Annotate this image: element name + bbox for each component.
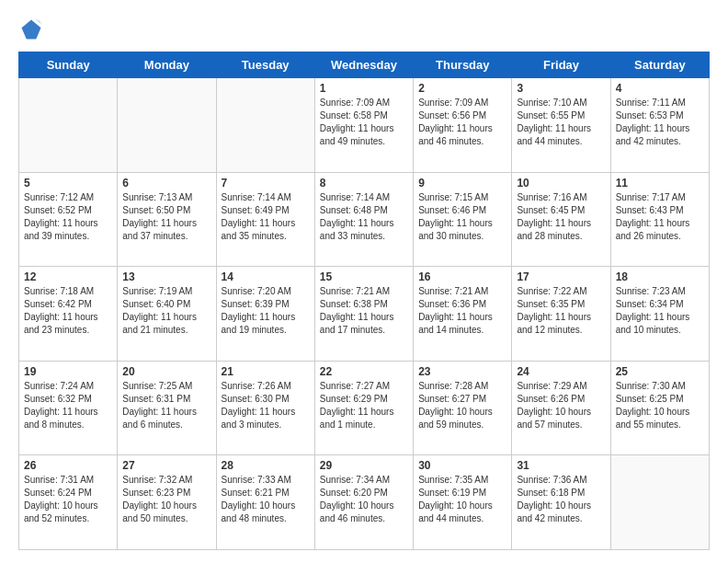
day-info: Sunrise: 7:30 AM Sunset: 6:25 PM Dayligh… xyxy=(616,380,704,431)
calendar-cell xyxy=(610,455,709,550)
day-number: 21 xyxy=(222,365,310,378)
calendar-cell: 28Sunrise: 7:33 AM Sunset: 6:21 PM Dayli… xyxy=(216,455,314,550)
day-info: Sunrise: 7:15 AM Sunset: 6:46 PM Dayligh… xyxy=(418,191,506,243)
calendar-cell: 8Sunrise: 7:14 AM Sunset: 6:48 PM Daylig… xyxy=(314,172,413,267)
logo-icon xyxy=(18,17,44,42)
week-row-5: 26Sunrise: 7:31 AM Sunset: 6:24 PM Dayli… xyxy=(19,455,710,550)
weekday-header-tuesday: Tuesday xyxy=(216,52,314,78)
day-number: 13 xyxy=(122,270,210,283)
day-info: Sunrise: 7:25 AM Sunset: 6:31 PM Dayligh… xyxy=(122,380,210,431)
calendar-cell: 31Sunrise: 7:36 AM Sunset: 6:18 PM Dayli… xyxy=(512,455,610,550)
day-number: 6 xyxy=(122,177,210,190)
day-number: 8 xyxy=(320,177,408,190)
calendar-cell: 2Sunrise: 7:09 AM Sunset: 6:56 PM Daylig… xyxy=(414,78,512,173)
day-number: 5 xyxy=(24,177,112,190)
day-info: Sunrise: 7:17 AM Sunset: 6:43 PM Dayligh… xyxy=(616,191,704,243)
weekday-header-friday: Friday xyxy=(512,52,610,78)
day-number: 28 xyxy=(222,459,310,472)
day-number: 17 xyxy=(517,270,605,283)
day-number: 3 xyxy=(517,82,605,95)
day-info: Sunrise: 7:36 AM Sunset: 6:18 PM Dayligh… xyxy=(517,474,605,525)
calendar-cell: 26Sunrise: 7:31 AM Sunset: 6:24 PM Dayli… xyxy=(19,455,118,550)
day-info: Sunrise: 7:32 AM Sunset: 6:23 PM Dayligh… xyxy=(122,474,210,525)
calendar-cell: 27Sunrise: 7:32 AM Sunset: 6:23 PM Dayli… xyxy=(118,455,216,550)
day-number: 9 xyxy=(418,177,506,190)
day-info: Sunrise: 7:28 AM Sunset: 6:27 PM Dayligh… xyxy=(418,380,506,431)
day-info: Sunrise: 7:33 AM Sunset: 6:21 PM Dayligh… xyxy=(222,474,310,525)
calendar-cell: 22Sunrise: 7:27 AM Sunset: 6:29 PM Dayli… xyxy=(314,361,413,455)
day-info: Sunrise: 7:35 AM Sunset: 6:19 PM Dayligh… xyxy=(418,474,506,525)
day-info: Sunrise: 7:29 AM Sunset: 6:26 PM Dayligh… xyxy=(517,380,605,431)
calendar-cell: 6Sunrise: 7:13 AM Sunset: 6:50 PM Daylig… xyxy=(118,172,216,267)
calendar-cell: 21Sunrise: 7:26 AM Sunset: 6:30 PM Dayli… xyxy=(216,361,314,455)
weekday-header-saturday: Saturday xyxy=(610,52,709,78)
day-info: Sunrise: 7:20 AM Sunset: 6:39 PM Dayligh… xyxy=(222,285,310,337)
day-number: 29 xyxy=(320,459,408,472)
day-number: 22 xyxy=(320,365,408,378)
day-number: 31 xyxy=(517,459,605,472)
calendar-cell: 4Sunrise: 7:11 AM Sunset: 6:53 PM Daylig… xyxy=(610,78,709,173)
header xyxy=(18,17,710,42)
calendar-cell: 7Sunrise: 7:14 AM Sunset: 6:49 PM Daylig… xyxy=(216,172,314,267)
day-info: Sunrise: 7:26 AM Sunset: 6:30 PM Dayligh… xyxy=(222,380,310,431)
calendar-cell: 18Sunrise: 7:23 AM Sunset: 6:34 PM Dayli… xyxy=(610,267,709,362)
calendar-cell: 17Sunrise: 7:22 AM Sunset: 6:35 PM Dayli… xyxy=(512,267,610,362)
day-number: 7 xyxy=(222,177,310,190)
day-info: Sunrise: 7:14 AM Sunset: 6:48 PM Dayligh… xyxy=(320,191,408,243)
day-info: Sunrise: 7:16 AM Sunset: 6:45 PM Dayligh… xyxy=(517,191,605,243)
day-info: Sunrise: 7:22 AM Sunset: 6:35 PM Dayligh… xyxy=(517,285,605,337)
week-row-1: 1Sunrise: 7:09 AM Sunset: 6:58 PM Daylig… xyxy=(19,78,710,173)
calendar-cell xyxy=(216,78,314,173)
calendar-cell: 30Sunrise: 7:35 AM Sunset: 6:19 PM Dayli… xyxy=(414,455,512,550)
week-row-2: 5Sunrise: 7:12 AM Sunset: 6:52 PM Daylig… xyxy=(19,172,710,267)
calendar-cell: 13Sunrise: 7:19 AM Sunset: 6:40 PM Dayli… xyxy=(118,267,216,362)
weekday-header-monday: Monday xyxy=(118,52,216,78)
calendar-cell: 24Sunrise: 7:29 AM Sunset: 6:26 PM Dayli… xyxy=(512,361,610,455)
day-info: Sunrise: 7:10 AM Sunset: 6:55 PM Dayligh… xyxy=(517,97,605,148)
calendar-cell: 12Sunrise: 7:18 AM Sunset: 6:42 PM Dayli… xyxy=(19,267,118,362)
calendar-cell: 25Sunrise: 7:30 AM Sunset: 6:25 PM Dayli… xyxy=(610,361,709,455)
day-number: 26 xyxy=(24,459,112,472)
day-number: 16 xyxy=(418,270,506,283)
day-number: 25 xyxy=(616,365,704,378)
calendar-cell xyxy=(118,78,216,173)
day-number: 20 xyxy=(122,365,210,378)
day-info: Sunrise: 7:09 AM Sunset: 6:56 PM Dayligh… xyxy=(418,97,506,148)
calendar-cell: 19Sunrise: 7:24 AM Sunset: 6:32 PM Dayli… xyxy=(19,361,118,455)
calendar-cell: 1Sunrise: 7:09 AM Sunset: 6:58 PM Daylig… xyxy=(314,78,413,173)
weekday-header-wednesday: Wednesday xyxy=(314,52,413,78)
calendar-cell: 10Sunrise: 7:16 AM Sunset: 6:45 PM Dayli… xyxy=(512,172,610,267)
day-number: 14 xyxy=(222,270,310,283)
day-number: 15 xyxy=(320,270,408,283)
day-info: Sunrise: 7:34 AM Sunset: 6:20 PM Dayligh… xyxy=(320,474,408,525)
day-info: Sunrise: 7:09 AM Sunset: 6:58 PM Dayligh… xyxy=(320,97,408,148)
weekday-header-sunday: Sunday xyxy=(19,52,118,78)
weekday-header-row: SundayMondayTuesdayWednesdayThursdayFrid… xyxy=(19,52,710,78)
day-number: 1 xyxy=(320,82,408,95)
calendar-cell: 14Sunrise: 7:20 AM Sunset: 6:39 PM Dayli… xyxy=(216,267,314,362)
day-number: 23 xyxy=(418,365,506,378)
week-row-3: 12Sunrise: 7:18 AM Sunset: 6:42 PM Dayli… xyxy=(19,267,710,362)
calendar-cell: 5Sunrise: 7:12 AM Sunset: 6:52 PM Daylig… xyxy=(19,172,118,267)
day-info: Sunrise: 7:23 AM Sunset: 6:34 PM Dayligh… xyxy=(616,285,704,337)
day-info: Sunrise: 7:18 AM Sunset: 6:42 PM Dayligh… xyxy=(24,285,112,337)
calendar-cell xyxy=(19,78,118,173)
calendar-cell: 29Sunrise: 7:34 AM Sunset: 6:20 PM Dayli… xyxy=(314,455,413,550)
day-info: Sunrise: 7:14 AM Sunset: 6:49 PM Dayligh… xyxy=(222,191,310,243)
calendar-cell: 20Sunrise: 7:25 AM Sunset: 6:31 PM Dayli… xyxy=(118,361,216,455)
day-number: 12 xyxy=(24,270,112,283)
day-number: 18 xyxy=(616,270,704,283)
calendar-cell: 23Sunrise: 7:28 AM Sunset: 6:27 PM Dayli… xyxy=(414,361,512,455)
calendar-cell: 9Sunrise: 7:15 AM Sunset: 6:46 PM Daylig… xyxy=(414,172,512,267)
day-number: 10 xyxy=(517,177,605,190)
day-info: Sunrise: 7:21 AM Sunset: 6:36 PM Dayligh… xyxy=(418,285,506,337)
day-number: 11 xyxy=(616,177,704,190)
day-info: Sunrise: 7:27 AM Sunset: 6:29 PM Dayligh… xyxy=(320,380,408,431)
day-info: Sunrise: 7:31 AM Sunset: 6:24 PM Dayligh… xyxy=(24,474,112,525)
calendar-cell: 11Sunrise: 7:17 AM Sunset: 6:43 PM Dayli… xyxy=(610,172,709,267)
day-number: 24 xyxy=(517,365,605,378)
weekday-header-thursday: Thursday xyxy=(414,52,512,78)
day-number: 30 xyxy=(418,459,506,472)
day-info: Sunrise: 7:21 AM Sunset: 6:38 PM Dayligh… xyxy=(320,285,408,337)
calendar-cell: 16Sunrise: 7:21 AM Sunset: 6:36 PM Dayli… xyxy=(414,267,512,362)
